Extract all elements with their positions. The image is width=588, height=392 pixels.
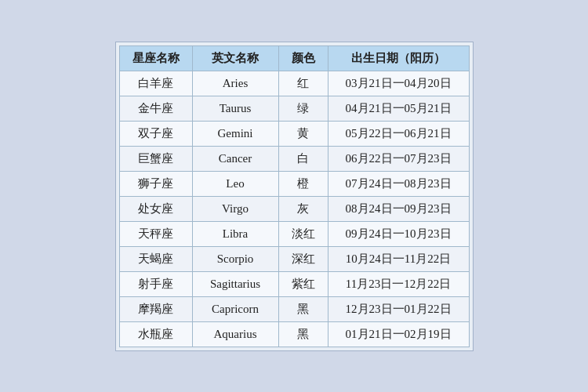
table-row: 摩羯座Capricorn黑12月23日一01月22日: [119, 296, 469, 321]
cell-date-range: 11月23日一12月22日: [328, 271, 469, 296]
cell-date-range: 05月22日一06月21日: [328, 121, 469, 146]
cell-color: 紫红: [278, 271, 328, 296]
table-row: 巨蟹座Cancer白06月22日一07月23日: [119, 146, 469, 171]
cell-chinese-name: 巨蟹座: [119, 146, 192, 171]
cell-english-name: Virgo: [192, 196, 278, 221]
zodiac-table: 星座名称 英文名称 颜色 出生日期（阳历） 白羊座Aries红03月21日一04…: [119, 45, 470, 347]
zodiac-table-container: 星座名称 英文名称 颜色 出生日期（阳历） 白羊座Aries红03月21日一04…: [115, 42, 474, 351]
header-color: 颜色: [278, 45, 328, 71]
cell-english-name: Aries: [192, 71, 278, 96]
cell-date-range: 08月24日一09月23日: [328, 196, 469, 221]
cell-date-range: 01月21日一02月19日: [328, 321, 469, 347]
table-row: 狮子座Leo橙07月24日一08月23日: [119, 171, 469, 196]
cell-color: 橙: [278, 171, 328, 196]
cell-color: 红: [278, 71, 328, 96]
cell-date-range: 06月22日一07月23日: [328, 146, 469, 171]
table-row: 天蝎座Scorpio深红10月24日一11月22日: [119, 246, 469, 271]
header-chinese-name: 星座名称: [119, 45, 192, 71]
table-row: 金牛座Taurus绿04月21日一05月21日: [119, 96, 469, 121]
cell-english-name: Aquarius: [192, 321, 278, 347]
cell-color: 淡红: [278, 221, 328, 246]
cell-chinese-name: 狮子座: [119, 171, 192, 196]
cell-date-range: 09月24日一10月23日: [328, 221, 469, 246]
cell-chinese-name: 射手座: [119, 271, 192, 296]
cell-color: 黑: [278, 296, 328, 321]
cell-chinese-name: 双子座: [119, 121, 192, 146]
cell-date-range: 03月21日一04月20日: [328, 71, 469, 96]
table-row: 双子座Gemini黄05月22日一06月21日: [119, 121, 469, 146]
table-header-row: 星座名称 英文名称 颜色 出生日期（阳历）: [119, 45, 469, 71]
cell-color: 深红: [278, 246, 328, 271]
cell-english-name: Cancer: [192, 146, 278, 171]
cell-english-name: Sagittarius: [192, 271, 278, 296]
cell-chinese-name: 金牛座: [119, 96, 192, 121]
cell-chinese-name: 天秤座: [119, 221, 192, 246]
cell-english-name: Gemini: [192, 121, 278, 146]
table-row: 处女座Virgo灰08月24日一09月23日: [119, 196, 469, 221]
cell-english-name: Taurus: [192, 96, 278, 121]
cell-color: 绿: [278, 96, 328, 121]
cell-english-name: Scorpio: [192, 246, 278, 271]
cell-chinese-name: 天蝎座: [119, 246, 192, 271]
cell-color: 黄: [278, 121, 328, 146]
cell-color: 黑: [278, 321, 328, 347]
header-english-name: 英文名称: [192, 45, 278, 71]
cell-date-range: 10月24日一11月22日: [328, 246, 469, 271]
cell-chinese-name: 白羊座: [119, 71, 192, 96]
cell-chinese-name: 水瓶座: [119, 321, 192, 347]
cell-chinese-name: 处女座: [119, 196, 192, 221]
table-row: 天秤座Libra淡红09月24日一10月23日: [119, 221, 469, 246]
cell-english-name: Libra: [192, 221, 278, 246]
table-row: 射手座Sagittarius紫红11月23日一12月22日: [119, 271, 469, 296]
table-row: 白羊座Aries红03月21日一04月20日: [119, 71, 469, 96]
header-date-range: 出生日期（阳历）: [328, 45, 469, 71]
cell-date-range: 07月24日一08月23日: [328, 171, 469, 196]
cell-color: 白: [278, 146, 328, 171]
cell-date-range: 12月23日一01月22日: [328, 296, 469, 321]
cell-chinese-name: 摩羯座: [119, 296, 192, 321]
cell-date-range: 04月21日一05月21日: [328, 96, 469, 121]
cell-english-name: Leo: [192, 171, 278, 196]
cell-color: 灰: [278, 196, 328, 221]
table-row: 水瓶座Aquarius黑01月21日一02月19日: [119, 321, 469, 347]
cell-english-name: Capricorn: [192, 296, 278, 321]
